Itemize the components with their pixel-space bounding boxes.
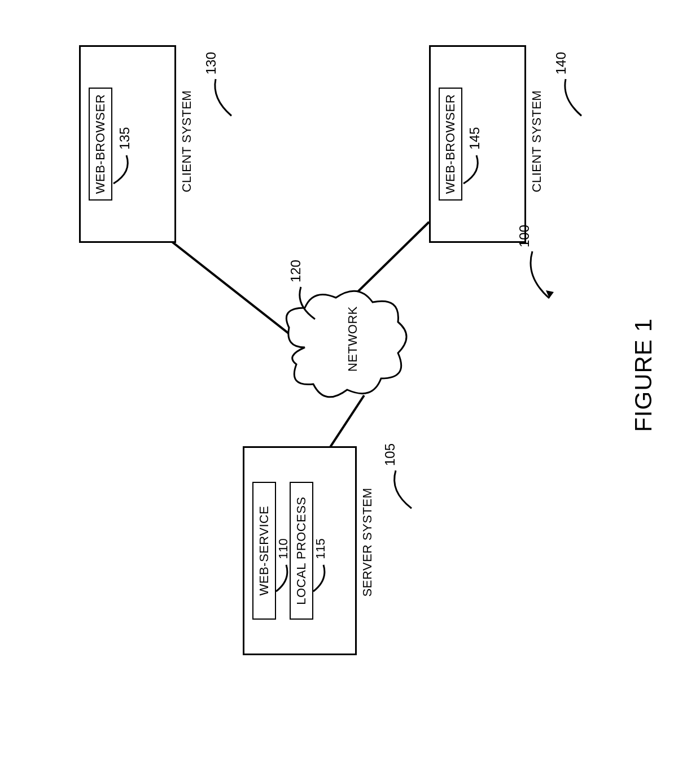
ref-120-group: 120 [288,254,322,322]
ref-140-group: 140 [553,40,587,119]
figure-caption: FIGURE 1 [630,302,657,448]
ref-130: 130 [203,52,219,75]
ref-105-group: 105 [381,432,421,511]
web-browser-left: WEB-BROWSER [89,88,112,201]
local-process-box: LOCAL PROCESS [290,482,313,620]
ref-130-group: 130 [203,40,237,119]
server-system-label: SERVER SYSTEM [360,429,375,655]
client-system-right: WEB-BROWSER 145 CLIENT SYSTEM [429,40,542,243]
client-system-left: WEB-BROWSER 135 CLIENT SYSTEM [79,40,192,243]
ref-145: 145 [467,127,483,150]
ref-115: 115 [313,538,328,559]
diagram-stage: WEB-BROWSER 135 CLIENT SYSTEM 130 WEB-BR… [0,0,700,771]
server-system: WEB-SERVICE 110 LOCAL PROCESS 115 SERVER… [243,429,378,655]
client-system-right-label: CLIENT SYSTEM [530,40,544,243]
ref-110: 110 [276,538,291,559]
ref-105: 105 [382,443,398,466]
client-system-left-label: CLIENT SYSTEM [180,40,194,243]
network-label: NETWORK [345,310,360,372]
ref-135: 135 [117,127,133,150]
ref-100: 100 [517,225,532,247]
ref-140: 140 [553,52,569,75]
ref-120: 120 [288,260,304,282]
web-browser-right: WEB-BROWSER [439,88,462,201]
web-service-box: WEB-SERVICE [252,482,276,620]
ref-100-group: 100 [514,215,559,305]
